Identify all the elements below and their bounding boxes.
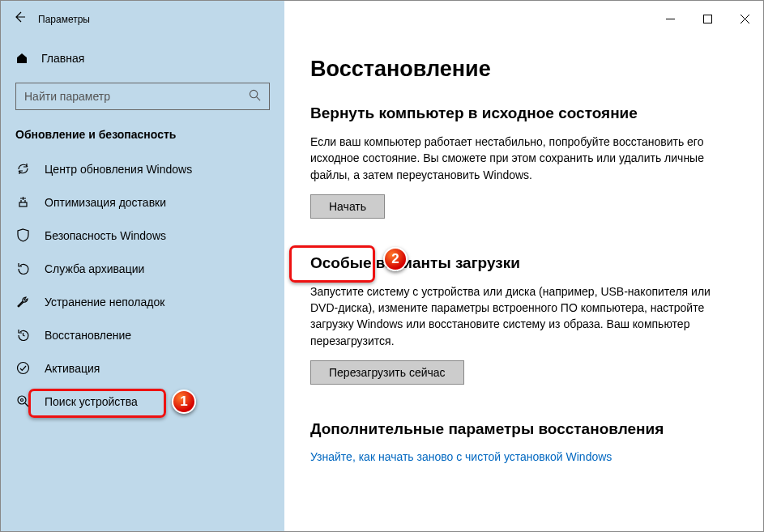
svg-line-5 [257,97,260,100]
sidebar-item-troubleshoot[interactable]: Устранение неполадок [1,285,284,318]
section-title: Обновление и безопасность [1,125,284,152]
search-icon [249,89,261,104]
svg-rect-6 [19,202,27,206]
advanced-description: Запустите систему с устройства или диска… [310,283,737,349]
check-icon [15,361,30,375]
page-title: Восстановление [310,57,737,82]
close-button[interactable] [726,1,763,37]
find-icon [15,394,30,408]
sidebar-item-find-my-device[interactable]: Поиск устройства [1,385,284,418]
sidebar-item-delivery-optimization[interactable]: Оптимизация доставки [1,185,284,219]
nav-list: Центр обновления Windows Оптимизация дос… [1,152,284,418]
svg-point-8 [18,396,26,404]
restart-now-button[interactable]: Перезагрузить сейчас [310,360,464,385]
sidebar-item-label: Поиск устройства [45,395,138,408]
svg-point-7 [17,363,28,374]
sidebar-item-label: Центр обновления Windows [45,163,192,176]
shield-icon [15,228,30,242]
sidebar-item-label: Оптимизация доставки [45,196,166,209]
search-input[interactable]: Найти параметр [15,83,270,110]
delivery-icon [15,195,30,209]
svg-line-9 [25,403,28,406]
settings-window: Параметры Главная Найти параметр Обновле… [0,0,764,532]
svg-point-4 [250,90,257,97]
minimize-button[interactable] [651,1,689,37]
body: Главная Найти параметр Обновление и безо… [1,37,763,531]
svg-point-10 [20,399,23,402]
recovery-icon [15,328,30,342]
sidebar-item-windows-security[interactable]: Безопасность Windows [1,219,284,252]
window-controls [651,1,763,37]
sidebar-item-backup[interactable]: Служба архивации [1,252,284,285]
sidebar-item-label: Безопасность Windows [45,229,166,242]
home-icon [15,52,28,65]
titlebar: Параметры [1,1,763,37]
sync-icon [15,162,30,176]
sidebar-item-activation[interactable]: Активация [1,351,284,385]
window-title: Параметры [38,14,90,25]
reset-start-button[interactable]: Начать [310,194,385,219]
reset-description: Если ваш компьютер работает нестабильно,… [310,134,737,183]
svg-rect-1 [703,15,711,23]
fresh-start-link[interactable]: Узнайте, как начать заново с чистой уста… [310,450,612,463]
advanced-heading: Особые варианты загрузки [310,254,737,272]
sidebar-item-label: Восстановление [45,329,131,342]
home-label: Главная [41,52,84,65]
search-placeholder: Найти параметр [24,90,249,103]
back-button[interactable] [1,11,38,28]
sidebar-item-recovery[interactable]: Восстановление [1,318,284,351]
content-pane: Восстановление Вернуть компьютер в исход… [284,37,763,531]
sidebar: Главная Найти параметр Обновление и безо… [1,37,284,531]
wrench-icon [15,295,30,309]
sidebar-item-label: Служба архивации [45,262,144,275]
reset-heading: Вернуть компьютер в исходное состояние [310,104,737,122]
more-heading: Дополнительные параметры восстановления [310,420,737,438]
sidebar-item-label: Активация [45,362,100,375]
annotation-marker-1: 1 [172,389,196,414]
backup-icon [15,262,30,275]
sidebar-item-windows-update[interactable]: Центр обновления Windows [1,152,284,185]
sidebar-item-label: Устранение неполадок [45,296,164,309]
maximize-button[interactable] [689,1,726,37]
annotation-marker-2: 2 [383,247,408,271]
home-link[interactable]: Главная [1,44,284,73]
